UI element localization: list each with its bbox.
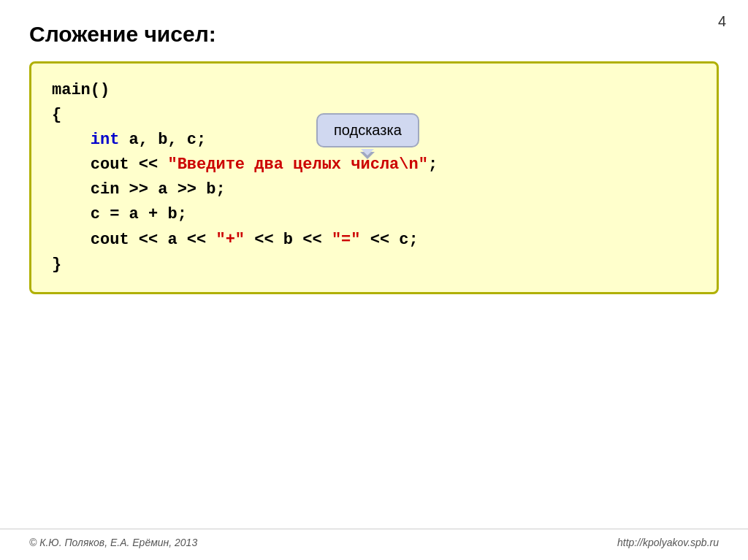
code-line-5: cin >> a >> b; [52, 177, 696, 202]
tooltip-bubble: подсказка [316, 113, 419, 147]
code-line-7: cout << a << "+" << b << "=" << c; [52, 228, 696, 253]
string-literal-3: "=" [332, 231, 361, 249]
string-literal-1: "Введите два целых числа\n" [167, 156, 427, 174]
slide-number: 4 [718, 13, 726, 30]
tooltip-text: подсказка [334, 122, 402, 138]
keyword-int: int [91, 131, 120, 149]
footer-copyright: © К.Ю. Поляков, Е.А. Ерёмин, 2013 [29, 537, 197, 548]
code-block: подсказка main() { int a, b, c; cout << … [29, 61, 719, 294]
footer: © К.Ю. Поляков, Е.А. Ерёмин, 2013 http:/… [0, 529, 748, 548]
code-line-1: main() [52, 78, 696, 103]
string-literal-2: "+" [215, 231, 245, 249]
slide-container: 4 Сложение чисел: подсказка main() { int… [0, 0, 748, 560]
code-line-8: } [52, 253, 696, 277]
footer-url: http://kpolyakov.spb.ru [617, 537, 719, 548]
code-line-6: c = a + b; [52, 202, 696, 227]
code-content: main() { int a, b, c; cout << "Введите д… [52, 78, 696, 277]
slide-title: Сложение чисел: [29, 22, 719, 47]
